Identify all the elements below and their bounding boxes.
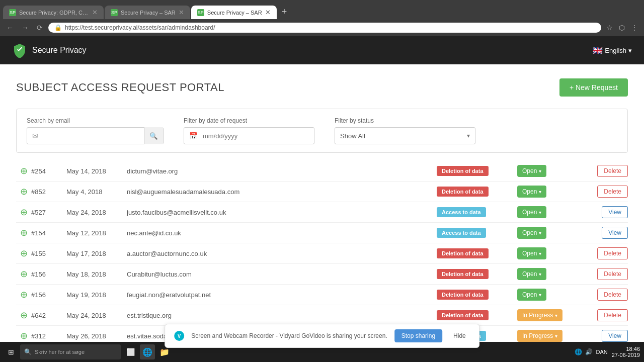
browser-tab-2[interactable]: SP Secure Privacy – SAR ✕: [105, 6, 190, 19]
status-button[interactable]: Open ▾: [517, 289, 546, 301]
request-action[interactable]: Delete: [588, 268, 628, 280]
expand-button[interactable]: ⊕: [20, 268, 28, 280]
back-button[interactable]: ←: [4, 23, 16, 33]
expand-button[interactable]: ⊕: [20, 310, 28, 321]
taskbar-search[interactable]: 🔍 Skriv her for at søge: [20, 344, 121, 359]
delete-button[interactable]: Delete: [597, 247, 628, 259]
forward-button[interactable]: →: [19, 23, 31, 33]
request-status[interactable]: Open ▾: [517, 165, 588, 177]
expand-button[interactable]: ⊕: [20, 248, 28, 259]
request-email: Curabitur@luctus.com: [127, 270, 437, 278]
taskbar-clock: 18:46 27-06-2019: [612, 346, 640, 358]
extensions-icon[interactable]: ⬡: [617, 23, 627, 33]
new-request-button[interactable]: + New Request: [559, 78, 628, 97]
expand-button[interactable]: ⊕: [20, 207, 28, 218]
logo-text: Secure Privacy: [32, 46, 87, 55]
request-action[interactable]: Delete: [588, 309, 628, 321]
status-button[interactable]: Open ▾: [517, 186, 546, 198]
search-button[interactable]: 🔍: [144, 127, 163, 144]
request-status[interactable]: Open ▾: [517, 289, 588, 301]
expand-button[interactable]: ⊕: [20, 227, 28, 238]
security-lock-icon: 🔒: [54, 24, 62, 31]
expand-button[interactable]: ⊕: [20, 186, 28, 197]
request-action[interactable]: Delete: [588, 165, 628, 177]
tab-close-1[interactable]: ✕: [92, 9, 98, 16]
row-expand[interactable]: ⊕: [16, 330, 31, 341]
status-select-wrap: Show All Open In Progress Closed ▾: [335, 127, 475, 144]
status-caret-icon: ▾: [539, 210, 541, 215]
row-expand[interactable]: ⊕: [16, 186, 31, 197]
request-action[interactable]: View: [588, 330, 628, 342]
filters-panel: Search by email ✉ 🔍 Filter by date of re…: [16, 109, 628, 153]
type-badge: Deletion of data: [437, 248, 489, 258]
expand-button[interactable]: ⊕: [20, 165, 28, 176]
reload-button[interactable]: ⟳: [34, 23, 45, 33]
request-status[interactable]: In Progress ▾: [517, 330, 588, 342]
request-action[interactable]: Delete: [588, 247, 628, 259]
type-badge: Deletion of data: [437, 166, 489, 176]
row-expand[interactable]: ⊕: [16, 227, 31, 238]
request-status[interactable]: Open ▾: [517, 268, 588, 280]
view-button[interactable]: View: [602, 206, 628, 218]
date-input[interactable]: [203, 132, 313, 140]
status-button[interactable]: In Progress ▾: [517, 330, 562, 342]
menu-icon[interactable]: ⋮: [629, 23, 640, 33]
delete-button[interactable]: Delete: [597, 289, 628, 301]
status-button[interactable]: Open ▾: [517, 206, 546, 218]
request-action[interactable]: View: [588, 206, 628, 218]
taskbar-language: DAN: [596, 349, 607, 355]
new-tab-button[interactable]: +: [278, 5, 291, 19]
stop-sharing-button[interactable]: Stop sharing: [394, 329, 442, 342]
request-status[interactable]: In Progress ▾: [517, 309, 588, 321]
tab-favicon-2: SP: [111, 9, 118, 16]
status-select[interactable]: Show All Open In Progress Closed: [335, 132, 462, 140]
status-button[interactable]: Open ▾: [517, 268, 546, 280]
start-button[interactable]: ⊞: [4, 346, 18, 358]
page-title: SUBJECT ACCESS REQUEST PORTAL: [16, 81, 224, 94]
row-expand[interactable]: ⊕: [16, 268, 31, 280]
request-email: nisl@auguemalesuadamalesuada.com: [127, 188, 437, 196]
request-status[interactable]: Open ▾: [517, 186, 588, 198]
browser-tab-1[interactable]: SP Secure Privacy: GDPR, CCPA &... ✕: [3, 6, 104, 19]
row-expand[interactable]: ⊕: [16, 207, 31, 218]
delete-button[interactable]: Delete: [597, 268, 628, 280]
delete-button[interactable]: Delete: [597, 165, 628, 177]
address-url-text: https://test.secureprivacy.ai/assets/sar…: [65, 24, 215, 31]
request-status[interactable]: Open ▾: [517, 227, 588, 239]
request-type: Access to data: [437, 228, 517, 238]
browser-tab-3[interactable]: SP Secure Privacy – SAR ✕: [191, 6, 277, 19]
expand-button[interactable]: ⊕: [20, 330, 28, 341]
request-action[interactable]: View: [588, 227, 628, 239]
status-button[interactable]: Open ▾: [517, 227, 546, 239]
row-expand[interactable]: ⊕: [16, 165, 31, 176]
taskbar-chrome[interactable]: 🌐: [140, 344, 155, 359]
status-button[interactable]: In Progress ▾: [517, 309, 562, 321]
language-selector[interactable]: 🇬🇧 English ▾: [593, 46, 632, 55]
taskbar-task-view[interactable]: ⬜: [123, 344, 138, 359]
search-input[interactable]: [43, 132, 144, 140]
view-button[interactable]: View: [602, 330, 628, 342]
request-action[interactable]: Delete: [588, 186, 628, 198]
request-status[interactable]: Open ▾: [517, 206, 588, 218]
hide-button[interactable]: Hide: [449, 329, 470, 342]
expand-button[interactable]: ⊕: [20, 289, 28, 300]
status-button[interactable]: Open ▾: [517, 247, 546, 259]
tab-close-2[interactable]: ✕: [179, 9, 184, 16]
request-date: May 24, 2018: [66, 312, 127, 319]
taskbar-search-label: Skriv her for at søge: [35, 349, 85, 355]
tab-close-3[interactable]: ✕: [265, 9, 271, 16]
row-expand[interactable]: ⊕: [16, 310, 31, 321]
status-button[interactable]: Open ▾: [517, 165, 546, 177]
delete-button[interactable]: Delete: [597, 309, 628, 321]
delete-button[interactable]: Delete: [597, 186, 628, 198]
request-action[interactable]: Delete: [588, 289, 628, 301]
request-status[interactable]: Open ▾: [517, 247, 588, 259]
app: Secure Privacy 🇬🇧 English ▾ SUBJECT ACCE…: [0, 36, 644, 362]
request-email: est.tristique.org: [127, 312, 437, 319]
status-caret-icon: ▾: [539, 230, 541, 236]
bookmark-icon[interactable]: ☆: [604, 23, 615, 33]
row-expand[interactable]: ⊕: [16, 248, 31, 259]
address-bar[interactable]: 🔒 https://test.secureprivacy.ai/assets/s…: [48, 23, 601, 33]
row-expand[interactable]: ⊕: [16, 289, 31, 300]
view-button[interactable]: View: [602, 227, 628, 239]
